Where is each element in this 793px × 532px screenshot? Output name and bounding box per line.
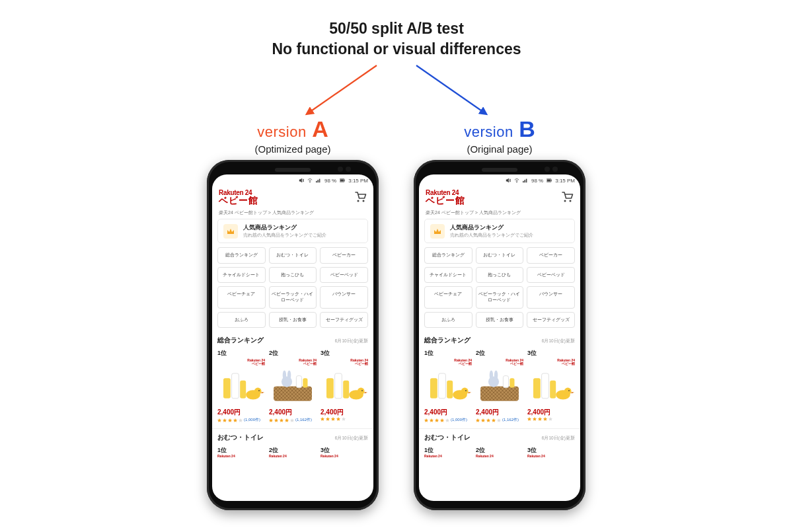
product-rank: 3位 [321, 443, 368, 455]
category-grid: 総合ランキングおむつ・トイレベビーカーチャイルドシート抱っこひもベビーベッドベビ… [419, 247, 580, 332]
product-card[interactable]: 1位Rakuten 24ベビー館2,400円(1,000件) [424, 346, 472, 423]
category-chip[interactable]: 抱っこひも [476, 267, 524, 284]
product-thumb [321, 365, 368, 405]
star-icon [424, 418, 428, 422]
product-card[interactable]: 1位Rakuten 24 [217, 443, 265, 458]
signal-icon [523, 178, 528, 183]
app-header: Rakuten 24 ベビー館 [419, 186, 580, 208]
breadcrumb[interactable]: 楽天24 ベビー館トップ > 人気商品ランキング [419, 208, 580, 219]
product-rank: 3位 [527, 443, 575, 455]
version-b-prefix: version [464, 124, 513, 140]
category-chip[interactable]: ベビーカー [320, 247, 368, 264]
product-card[interactable]: 3位Rakuten 24ベビー館2,400円 [527, 346, 575, 423]
product-reviews: (1,162件) [502, 417, 519, 423]
product-card[interactable]: 3位Rakuten 24 [527, 443, 575, 458]
split-arrows [0, 63, 793, 120]
product-price: 2,400円 [217, 408, 265, 417]
mini-brand-l1: Rakuten 24 [269, 454, 287, 458]
category-chip[interactable]: ベビーベッド [320, 267, 368, 284]
category-chip[interactable]: ベビーカー [527, 247, 575, 264]
section1-products: 1位Rakuten 24ベビー館2,400円(1,000件)2位Rakuten … [419, 346, 580, 424]
category-chip[interactable]: おむつ・トイレ [476, 247, 524, 264]
headline: 50/50 split A/B test No functional or vi… [0, 19, 793, 59]
ranking-banner: 人気商品ランキング 売れ筋の人気商品をランキングでご紹介 [424, 219, 575, 243]
product-mini-brand: Rakuten 24ベビー館 [424, 359, 472, 365]
category-grid: 総合ランキングおむつ・トイレベビーカーチャイルドシート抱っこひもベビーベッドベビ… [212, 247, 373, 332]
category-chip[interactable]: セーフティグッズ [320, 312, 368, 328]
category-chip[interactable]: チャイルドシート [217, 267, 266, 284]
version-a-subtitle: (Optimized page) [207, 143, 379, 155]
star-icon [492, 418, 496, 422]
star-icon [274, 418, 278, 422]
brand-logo[interactable]: Rakuten 24 ベビー館 [426, 189, 465, 207]
phone-speaker [482, 168, 517, 172]
category-chip[interactable]: セーフティグッズ [527, 312, 575, 328]
category-chip[interactable]: 授乳・お食事 [476, 312, 524, 328]
mute-icon [506, 178, 511, 183]
status-bar: 98 % 3:15 PM [419, 174, 580, 186]
product-card[interactable]: 3位Rakuten 24ベビー館2,400円 [321, 346, 368, 423]
product-card[interactable]: 2位Rakuten 24ベビー館2,400円(1,162件) [476, 346, 523, 423]
phone-speaker [275, 168, 311, 172]
cart-button[interactable] [562, 191, 574, 206]
phone-screen-b: 98 % 3:15 PM Rakuten 24 ベビー館 楽天24 ベビー館トッ… [419, 174, 580, 501]
category-chip[interactable]: バウンサー [320, 286, 368, 308]
phone-camera [545, 167, 550, 172]
category-chip[interactable]: おふろ [424, 312, 472, 328]
product-rating [527, 417, 575, 421]
cart-button[interactable] [355, 191, 367, 206]
star-icon [543, 417, 547, 421]
category-chip[interactable]: 授乳・お食事 [269, 312, 317, 328]
category-chip[interactable]: おむつ・トイレ [269, 247, 317, 264]
product-rank: 1位 [424, 443, 472, 455]
category-chip[interactable]: ベビーチェア [424, 286, 472, 308]
product-rank: 1位 [217, 443, 265, 455]
crown-icon [433, 227, 442, 236]
category-chip[interactable]: ベビーチェア [217, 286, 266, 308]
product-price: 2,400円 [269, 408, 317, 417]
product-price: 2,400円 [424, 408, 472, 417]
product-card[interactable]: 1位Rakuten 24 [424, 443, 472, 458]
category-chip[interactable]: バウンサー [527, 286, 575, 308]
brand-logo[interactable]: Rakuten 24 ベビー館 [219, 189, 258, 207]
star-icon [481, 418, 485, 422]
product-card[interactable]: 3位Rakuten 24 [321, 443, 368, 458]
section2-title: おむつ・トイレ [217, 433, 264, 442]
product-thumb [217, 365, 265, 405]
product-card[interactable]: 1位Rakuten 24ベビー館2,400円(1,000件) [217, 346, 265, 423]
breadcrumb[interactable]: 楽天24 ベビー館トップ > 人気商品ランキング [212, 208, 373, 219]
star-icon [233, 418, 237, 422]
product-mini-brand: Rakuten 24ベビー館 [321, 359, 368, 365]
phone-screen-a: 98 % 3:15 PM Rakuten 24 ベビー館 楽天24 ベビー館トッ… [212, 174, 373, 501]
product-rank: 1位 [217, 346, 265, 359]
star-icon [440, 418, 444, 422]
star-icon [486, 418, 490, 422]
battery-percent: 98 % [531, 178, 543, 184]
product-card[interactable]: 2位Rakuten 24 [476, 443, 523, 458]
category-chip[interactable]: ベビーラック・ハイローベッド [269, 286, 317, 308]
star-icon [476, 418, 480, 422]
star-icon [538, 417, 542, 421]
crown-icon [226, 227, 235, 236]
ranking-desc: 売れ筋の人気商品をランキングでご紹介 [243, 233, 326, 239]
category-chip[interactable]: 総合ランキング [217, 247, 266, 264]
ranking-title: 人気商品ランキング [450, 223, 533, 232]
diagram-stage: 50/50 split A/B test No functional or vi… [0, 0, 793, 532]
section2-head: おむつ・トイレ 6月10日(金)更新 [419, 429, 580, 443]
star-icon [321, 417, 324, 421]
category-chip[interactable]: ベビーベッド [527, 267, 575, 284]
version-a-label: version A (Optimized page) [207, 116, 379, 155]
category-chip[interactable]: おふろ [217, 312, 266, 328]
product-card[interactable]: 2位Rakuten 24 [269, 443, 317, 458]
signal-icon [316, 178, 321, 183]
section1-head: 総合ランキング 6月10日(金)更新 [212, 332, 373, 346]
mute-icon [299, 178, 304, 183]
battery-icon [547, 178, 552, 183]
category-chip[interactable]: 抱っこひも [269, 267, 317, 284]
category-chip[interactable]: 総合ランキング [424, 247, 472, 264]
star-empty-icon [239, 418, 243, 422]
product-mini-brand: Rakuten 24ベビー館 [269, 359, 317, 365]
category-chip[interactable]: チャイルドシート [424, 267, 472, 284]
product-card[interactable]: 2位Rakuten 24ベビー館2,400円(1,162件) [269, 346, 317, 423]
category-chip[interactable]: ベビーラック・ハイローベッド [476, 286, 524, 308]
